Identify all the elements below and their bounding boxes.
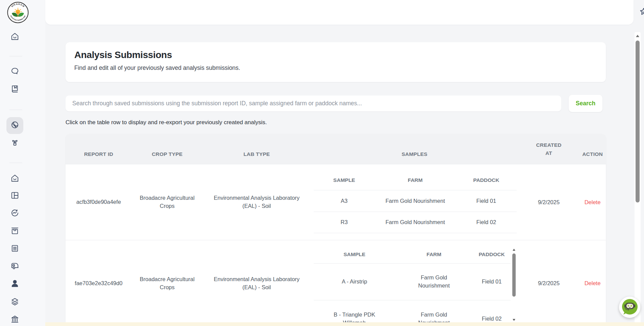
archive-box-icon [10, 226, 19, 237]
sidebar-item-plant[interactable] [6, 134, 23, 151]
sidebar-divider [9, 56, 22, 56]
sidebar-item-analysis-active[interactable] [6, 117, 23, 134]
home-icon [10, 174, 19, 184]
person-icon [10, 279, 19, 289]
column-header-created-at: CREATED AT [518, 141, 579, 157]
sample-row: A3 Farm Gold Nourishment Field 01 [314, 190, 517, 212]
samples-subtable: SAMPLE FARM PADDOCK A - Airstrip Farm Go… [311, 240, 518, 326]
paddock-column-header: PADDOCK [456, 176, 517, 184]
chat-widget-button[interactable] [619, 297, 640, 318]
paddock-name: Field 02 [473, 315, 511, 323]
page-scrollbar[interactable] [635, 32, 641, 326]
sidebar-item-bank[interactable] [6, 311, 23, 326]
submissions-table: REPORT ID CROP TYPE LAB TYPE SAMPLES CRE… [66, 134, 606, 326]
sidebar-divider [9, 163, 22, 163]
sidebar-item-profile[interactable] [6, 276, 23, 293]
lab-type: Environmental Analysis Laboratory (EAL) … [206, 194, 307, 210]
submission-row[interactable]: fae703e2e32c49d0 Broadacre Agricultural … [66, 240, 606, 326]
created-at-date: 9/2/2025 [538, 199, 560, 206]
page-scrollbar-thumb[interactable] [636, 40, 640, 202]
farm-name: Farm Gold Nourishment [375, 218, 456, 226]
heading-card: Analysis Submissions Find and edit all o… [66, 42, 606, 82]
sample-name: A - Airstrip [314, 278, 395, 286]
sidebar-item-documents[interactable] [6, 241, 23, 257]
column-header-action: ACTION [579, 151, 606, 157]
farm-name: Farm Gold Nourishment [413, 274, 455, 290]
delete-button[interactable]: Delete [585, 280, 601, 287]
sample-column-header: SAMPLE [314, 176, 375, 184]
report-id: fae703e2e32c49d0 [75, 279, 122, 288]
sample-name: A3 [314, 197, 375, 205]
seedling-icon [10, 138, 19, 148]
sidebar-item-layers[interactable] [6, 294, 23, 310]
sidebar: NTS G.R.O.W NUTRITION FARMING HUB [0, 0, 45, 326]
samples-scrollbar[interactable] [511, 247, 517, 326]
column-header-samples: SAMPLES [311, 151, 518, 157]
samples-header-row: SAMPLE FARM PADDOCK [314, 246, 511, 263]
book-bookmark-icon [10, 84, 19, 94]
favorite-star-button[interactable] [639, 7, 644, 18]
farm-column-header: FARM [395, 251, 473, 258]
caravan-icon [10, 262, 19, 272]
lab-type: Environmental Analysis Laboratory (EAL) … [206, 275, 307, 292]
app-window: NTS G.R.O.W NUTRITION FARMING HUB [0, 0, 644, 326]
page-title: Analysis Submissions [74, 50, 597, 60]
sidebar-item-home[interactable] [6, 29, 23, 46]
home-icon [10, 32, 19, 42]
sidebar-item-guides[interactable] [6, 81, 23, 98]
sample-row: A - Airstrip Farm Gold Nourishment Field… [314, 263, 511, 300]
chatbot-icon [621, 298, 639, 317]
column-header-lab-type: LAB TYPE [203, 151, 311, 157]
farm-column-header: FARM [375, 176, 456, 184]
sidebar-item-home-alt[interactable] [6, 170, 23, 187]
crop-type: Broadacre Agricultural Crops [135, 275, 199, 292]
sidebar-item-caravan[interactable] [6, 258, 23, 275]
bottom-strip [45, 322, 644, 326]
bank-building-icon [10, 315, 19, 325]
globe-icon [10, 120, 19, 131]
chat-bubble-icon [10, 67, 19, 77]
created-at-date: 9/2/2025 [538, 280, 560, 287]
column-header-crop-type: CROP TYPE [132, 151, 203, 157]
sample-name: R3 [314, 218, 375, 226]
sidebar-item-archive[interactable] [6, 223, 23, 240]
top-bar [45, 0, 634, 25]
search-input[interactable] [66, 96, 561, 111]
activity-cycle-icon [10, 209, 19, 219]
samples-subtable: SAMPLE FARM PADDOCK A3 Farm Gold Nourish… [311, 164, 518, 240]
sidebar-divider [9, 110, 22, 110]
sample-column-header: SAMPLE [314, 251, 395, 258]
scroll-up-arrow-icon[interactable] [513, 249, 515, 251]
scroll-up-arrow-icon[interactable] [636, 35, 639, 37]
brand-logo[interactable]: NTS G.R.O.W NUTRITION FARMING HUB [7, 2, 29, 23]
samples-scrollbar-thumb[interactable] [512, 253, 516, 297]
search-button[interactable]: Search [569, 95, 602, 112]
star-icon [639, 7, 644, 18]
crop-type: Broadacre Agricultural Crops [135, 194, 199, 210]
delete-button[interactable]: Delete [585, 199, 601, 206]
page-subtitle: Find and edit all of your previously sav… [74, 64, 597, 72]
document-lines-icon [10, 244, 19, 254]
layout-panels-icon [10, 191, 19, 201]
table-header-row: REPORT ID CROP TYPE LAB TYPE SAMPLES CRE… [66, 134, 606, 164]
paddock-name: Field 01 [473, 278, 511, 286]
scroll-down-arrow-icon[interactable] [513, 319, 515, 321]
paddock-name: Field 02 [456, 218, 517, 226]
sample-row: R3 Farm Gold Nourishment Field 02 [314, 212, 517, 233]
sidebar-item-activity[interactable] [6, 205, 23, 222]
table-hint-text: Click on the table row to display and re… [66, 119, 267, 126]
submission-row[interactable]: acfb3f0de90a4efe Broadacre Agricultural … [66, 164, 606, 240]
column-header-report-id: REPORT ID [66, 151, 132, 157]
sidebar-item-chat[interactable] [6, 63, 23, 80]
sidebar-item-layout[interactable] [6, 188, 23, 205]
report-id: acfb3f0de90a4efe [76, 198, 121, 206]
farm-name: Farm Gold Nourishment [375, 197, 456, 205]
paddock-column-header: PADDOCK [473, 251, 511, 258]
samples-header-row: SAMPLE FARM PADDOCK [314, 170, 517, 190]
layers-stack-icon [10, 297, 19, 307]
paddock-name: Field 01 [456, 197, 517, 205]
